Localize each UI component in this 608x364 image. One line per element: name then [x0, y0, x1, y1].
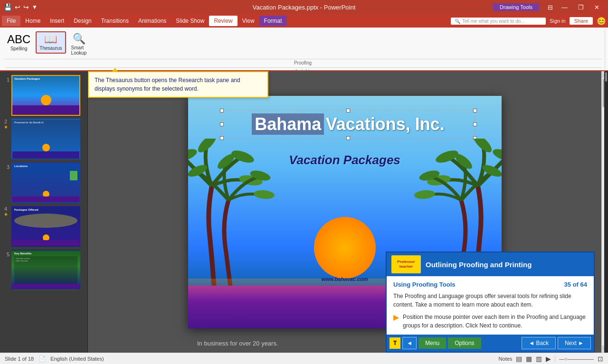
- slide-img-4: Packages Offered: [11, 206, 80, 247]
- professor-footer: T ◄ Menu Options ◄ Back Next ►: [387, 335, 594, 352]
- website-text: www.bahavac.com: [321, 276, 368, 282]
- title-bar-left: 💾 ↩ ↪ ▼: [4, 3, 38, 11]
- slideshow-icon[interactable]: ▶: [546, 355, 551, 363]
- zoom-slider[interactable]: —○—————: [559, 356, 594, 362]
- menu-animations[interactable]: Animations: [133, 16, 171, 26]
- slide-thumb-2[interactable]: 2 ★ Presented for the Benefit of:: [2, 119, 86, 159]
- svg-point-15: [414, 189, 435, 200]
- slide-num-1: 1: [2, 77, 10, 83]
- menu-design[interactable]: Design: [69, 16, 96, 26]
- spelling-icon: ABC: [7, 34, 30, 45]
- menu-insert[interactable]: Insert: [45, 16, 69, 26]
- notes-button[interactable]: Notes: [499, 356, 513, 362]
- menu-format[interactable]: Format: [259, 16, 287, 26]
- search-box[interactable]: 🔍 Tell me what you want to do...: [451, 18, 546, 25]
- slide-thumb-3[interactable]: 3 Locations: [2, 162, 86, 203]
- professor-logo: Professor teacher: [391, 255, 421, 273]
- smiley-icon[interactable]: 😊: [597, 17, 606, 26]
- svg-point-0: [188, 147, 199, 164]
- professor-progress: 35 of 64: [564, 281, 587, 288]
- menu-transitions[interactable]: Transitions: [96, 16, 133, 26]
- language-status[interactable]: English (United States): [50, 356, 104, 362]
- slide-area: The Thesaurus button opens the Research …: [88, 71, 601, 353]
- zoom-fit-button[interactable]: ⊡: [598, 355, 603, 363]
- professor-body: Using Proofing Tools 35 of 64 The Proofi…: [387, 276, 594, 335]
- menu-review[interactable]: Review: [209, 16, 237, 26]
- main-area: 1 Vacation Packages 2 ★ Presented for th…: [0, 71, 608, 353]
- professor-section: Using Proofing Tools: [393, 281, 455, 288]
- svg-point-7: [253, 189, 275, 200]
- slide-thumb-4[interactable]: 4 ★ Packages Offered: [2, 206, 86, 247]
- search-icon: 🔍: [455, 19, 460, 24]
- search-placeholder: Tell me what you want to do...: [462, 19, 525, 24]
- minimize-button[interactable]: —: [557, 3, 572, 12]
- slide-count: Slide 1 of 18: [5, 356, 34, 362]
- thesaurus-icon: 📖: [44, 34, 57, 45]
- professor-title: Outlining Proofing and Printing: [426, 261, 532, 269]
- ribbon: ABC Spelling 📖 Thesaurus 🔍 SmartLookup P…: [0, 28, 608, 71]
- slide-title-rest: Vacations, Inc.: [326, 114, 445, 134]
- professor-menu-button[interactable]: Menu: [418, 337, 446, 349]
- undo-icon[interactable]: ↩: [15, 3, 20, 11]
- professor-next-button[interactable]: Next ►: [558, 337, 591, 349]
- proofing-label: Proofing: [4, 59, 602, 65]
- proofing-group: ABC Spelling 📖 Thesaurus 🔍 SmartLookup P…: [3, 29, 605, 66]
- slide-num-2: 2: [4, 119, 7, 124]
- professor-panel: Professor teacher Outlining Proofing and…: [386, 252, 595, 353]
- slide-title-highlight: Bahama: [252, 113, 324, 135]
- business-tagline: In business for over 20 years.: [197, 340, 278, 347]
- slide-num-4: 4: [4, 206, 7, 212]
- reading-view-icon[interactable]: ▥: [536, 355, 542, 363]
- menu-home[interactable]: Home: [20, 16, 45, 26]
- menu-view[interactable]: View: [238, 16, 259, 26]
- share-button[interactable]: Share: [570, 17, 593, 25]
- customize-icon[interactable]: ▼: [32, 4, 38, 10]
- bullet-text: Position the mouse pointer over each ite…: [403, 313, 587, 330]
- spelling-button[interactable]: ABC Spelling: [4, 31, 34, 54]
- smart-lookup-icon: 🔍: [73, 34, 86, 44]
- professor-header: Professor teacher Outlining Proofing and…: [387, 252, 594, 276]
- slide-img-3: Locations: [11, 162, 80, 203]
- smart-lookup-button[interactable]: 🔍 SmartLookup: [68, 31, 90, 58]
- professor-description: The Proofing and Language groups offer s…: [393, 292, 587, 309]
- bullet-arrow-icon: ▶: [393, 313, 399, 322]
- sun: [314, 217, 376, 279]
- redo-icon[interactable]: ↪: [23, 3, 29, 11]
- thesaurus-button[interactable]: 📖 Thesaurus: [36, 31, 66, 54]
- tooltip-text: The Thesaurus button opens the Research …: [95, 76, 262, 93]
- slide-sorter-icon[interactable]: ▦: [526, 355, 532, 363]
- slide-num-3: 3: [2, 164, 10, 170]
- close-button[interactable]: ✕: [589, 3, 604, 12]
- menu-file[interactable]: File: [2, 16, 20, 26]
- slide-img-5: Key Benefits • Benefits content • More b…: [11, 250, 80, 290]
- ribbon-display-icon[interactable]: ⊟: [545, 3, 556, 12]
- slide-star-4: ★: [4, 212, 8, 217]
- professor-options-button[interactable]: Options: [448, 337, 481, 349]
- slide-star-2: ★: [4, 124, 8, 130]
- signin-button[interactable]: Sign in: [550, 18, 566, 24]
- normal-view-icon[interactable]: ▤: [516, 355, 522, 363]
- menu-bar: File Home Insert Design Transitions Anim…: [0, 14, 608, 28]
- professor-t-button[interactable]: T: [390, 337, 400, 349]
- professor-back-arrow-button[interactable]: ◄: [402, 337, 417, 349]
- spelling-label: Spelling: [10, 46, 28, 51]
- slide-title-textbox[interactable]: Bahama Vacations, Inc.: [221, 110, 475, 139]
- window-title: Vacation Packages.pptx - PowerPoint: [253, 4, 356, 11]
- slide-img-1: Vacation Packages: [11, 75, 80, 116]
- thesaurus-label: Thesaurus: [39, 46, 62, 51]
- slide-thumb-5[interactable]: 5 Key Benefits • Benefits content • More…: [2, 250, 86, 290]
- professor-back-button[interactable]: ◄ Back: [522, 337, 556, 349]
- zoom-separator: [555, 355, 555, 362]
- thesaurus-tooltip: The Thesaurus button opens the Research …: [88, 71, 268, 98]
- smart-lookup-label: SmartLookup: [71, 45, 87, 56]
- slide-num-5: 5: [2, 252, 10, 257]
- save-icon[interactable]: 💾: [4, 3, 12, 11]
- slide-thumb-1[interactable]: 1 Vacation Packages: [2, 75, 86, 116]
- restore-button[interactable]: ❐: [573, 3, 589, 12]
- svg-point-8: [491, 147, 502, 164]
- professor-bullet: ▶ Position the mouse pointer over each i…: [393, 313, 587, 330]
- slide-notes-icon[interactable]: 📄: [38, 355, 46, 362]
- menu-slideshow[interactable]: Slide Show: [171, 16, 209, 26]
- slide-img-2: Presented for the Benefit of:: [11, 119, 80, 159]
- status-bar: Slide 1 of 18 📄 English (United States) …: [0, 353, 608, 364]
